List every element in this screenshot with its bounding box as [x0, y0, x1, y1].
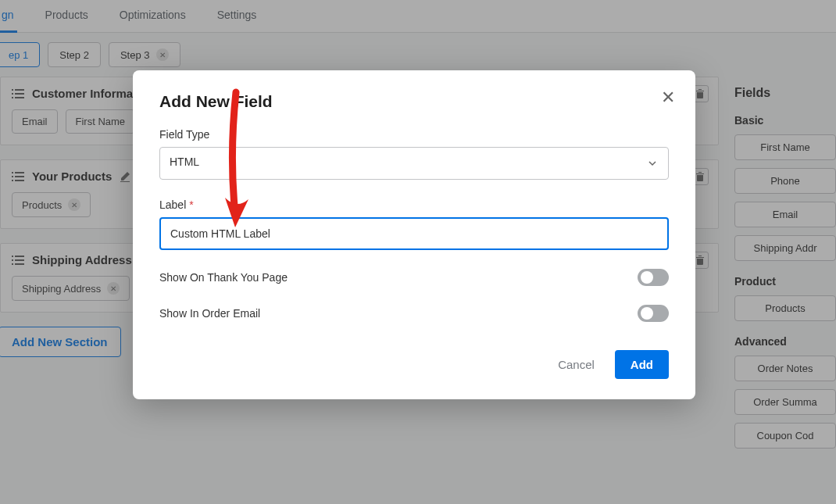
label-label: Label * [159, 198, 669, 211]
required-star: * [189, 198, 193, 211]
cancel-button[interactable]: Cancel [558, 358, 595, 371]
modal-title: Add New Field [159, 92, 669, 111]
label-input[interactable] [159, 217, 669, 250]
show-thank-you-toggle[interactable] [638, 269, 669, 286]
show-order-email-label: Show In Order Email [159, 307, 260, 320]
close-icon[interactable]: ✕ [661, 88, 675, 108]
field-type-select[interactable]: HTML [159, 147, 669, 180]
field-type-label: Field Type [159, 128, 669, 141]
show-order-email-toggle[interactable] [638, 305, 669, 322]
add-new-field-modal: Add New Field ✕ Field Type HTML Label * … [133, 70, 695, 399]
add-button[interactable]: Add [615, 350, 669, 379]
show-thank-you-label: Show On Thank You Page [159, 271, 288, 284]
